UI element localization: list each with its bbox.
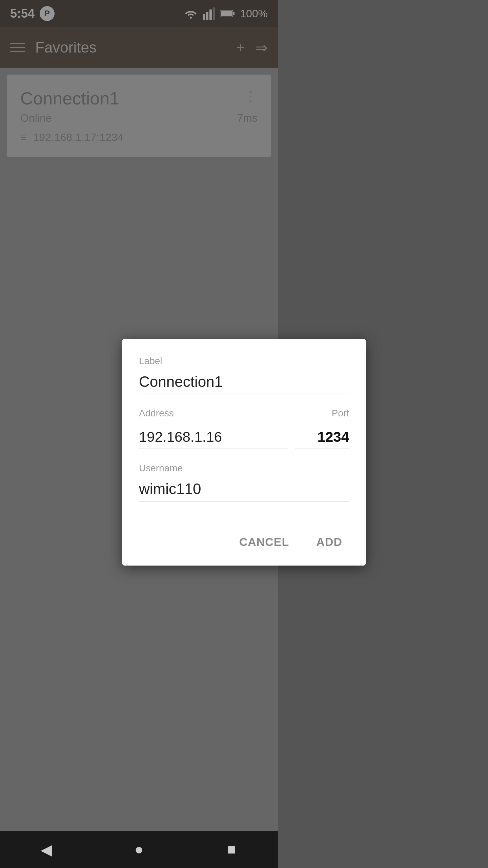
username-field-group: Username [139,463,278,501]
label-input[interactable] [139,370,278,394]
dialog-actions: CANCEL ADD [139,522,278,555]
label-field-label: Label [139,356,278,367]
nav-bar: ◀ ● ■ [0,831,278,868]
address-port-section: Address Port [139,408,278,449]
address-input[interactable] [139,426,278,449]
cancel-button[interactable]: CANCEL [232,529,278,555]
home-button[interactable]: ● [125,836,152,863]
address-label: Address [139,408,174,419]
recents-button[interactable]: ■ [218,836,245,863]
address-group [139,426,278,449]
username-input[interactable] [139,477,278,501]
username-label: Username [139,463,278,474]
address-port-row [139,426,278,449]
label-field-group: Label [139,356,278,394]
address-port-labels: Address Port [139,408,278,422]
add-connection-dialog: Label Address Port Username CANCEL ADD [122,339,278,566]
back-button[interactable]: ◀ [33,836,60,863]
